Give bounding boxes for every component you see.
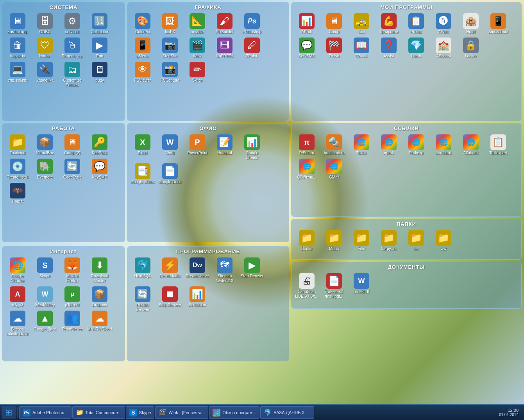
icon-alfabank[interactable]: 🌐 Alfabank bbox=[458, 133, 484, 157]
icon-services[interactable]: ⚙ services bbox=[59, 12, 86, 36]
icon-notepad[interactable]: 📝 Notepad bbox=[211, 133, 238, 161]
taskbar-btn-totalcommander[interactable]: 📁 Total Commande... bbox=[72, 406, 125, 419]
icon-panel[interactable]: 🖱 Панель упр bbox=[59, 36, 86, 60]
icon-restart-denwer[interactable]: 🔄 Restart Denwer bbox=[129, 285, 156, 313]
icon-fscapture[interactable]: 📸 FSCapture bbox=[157, 61, 183, 84]
icon-trenirovki[interactable]: 💪 Трнировки bbox=[376, 12, 402, 36]
icon-lombard[interactable]: 🌐 Lombard bbox=[430, 133, 457, 157]
icon-autolomb[interactable]: 🔩 Autolomb.ru bbox=[321, 133, 347, 157]
icon-pixbuilder[interactable]: 🖌 PixBuilder bbox=[211, 12, 238, 36]
icon-zpaint[interactable]: 🖊 ZPaint. bbox=[239, 36, 265, 60]
icon-download-master[interactable]: ⬇ Download Master bbox=[86, 256, 113, 284]
icon-proekt-rtf[interactable]: W proekt.rtf bbox=[348, 272, 375, 300]
icon-google-sheets[interactable]: 📊 Google Sheets bbox=[239, 133, 265, 161]
icon-putty[interactable]: 🖥 putty bbox=[86, 61, 113, 89]
icon-mailru-cloud[interactable]: ☁ Mail.Ru Cloud bbox=[86, 309, 113, 338]
icon-norton[interactable]: 🛡 Norton bbox=[32, 36, 58, 60]
icon-google-docs[interactable]: 📄 Google Docs bbox=[157, 162, 183, 186]
icon-unfreez[interactable]: 🎞 UnFREEz bbox=[211, 36, 238, 60]
icon-totalcmd[interactable]: 📁 Totalcmd bbox=[4, 133, 31, 157]
icon-7dnevnyj[interactable]: 📄 7-дневный план.pdf... bbox=[321, 272, 347, 300]
icon-locker[interactable]: 🔒 Locker bbox=[458, 36, 484, 60]
icon-comp[interactable]: 🖥 Comp bbox=[321, 12, 347, 36]
icon-thebat[interactable]: 🦇 Thebat bbox=[4, 182, 31, 205]
taskbar-btn-chrome[interactable]: 🌐 Обзор програм... bbox=[209, 406, 259, 419]
icon-hotel[interactable]: 🏨 Hotel bbox=[458, 12, 484, 36]
icon-pisoft[interactable]: π PiSoft.ru bbox=[293, 133, 320, 157]
icon-aa-v3[interactable]: A AA_v3 bbox=[4, 285, 31, 309]
icon-stepsho[interactable]: 📷 StepSho bbox=[157, 36, 183, 60]
taskbar-btn-photoshop[interactable]: Ps Adobe Photosho... bbox=[19, 406, 72, 419]
icon-goodsync[interactable]: 🔄 GoodSync bbox=[59, 157, 86, 181]
icon-qiwi[interactable]: 🌐 QIWIкош... bbox=[293, 157, 320, 181]
icon-aprok[interactable]: 📊 AProk bbox=[293, 12, 320, 36]
icon-lomb[interactable]: 💎 Lomb bbox=[403, 36, 429, 60]
icon-dropbox[interactable]: 📦 Dropbox bbox=[86, 285, 113, 309]
icon-skitch[interactable]: ✏ Skitch bbox=[184, 61, 211, 84]
icon-finish[interactable]: 🏁 Finish bbox=[321, 36, 347, 60]
icon-books[interactable]: 📁 Books bbox=[293, 229, 320, 252]
icon-set[interactable]: 📁 set bbox=[403, 229, 429, 252]
icon-keysms[interactable]: 💬 KeySMS bbox=[86, 157, 113, 181]
icon-webmoney[interactable]: W WebMoney bbox=[32, 285, 58, 309]
icon-pmetro[interactable]: 📱 pMetro bbox=[129, 36, 156, 60]
icon-odbc[interactable]: 🗄 ODBC bbox=[32, 12, 58, 36]
icon-bitcasa[interactable]: ☁ Bitcasa Infinite Drive bbox=[4, 309, 31, 338]
taskbar-btn-wink[interactable]: 🎬 Wink - [Fences.w... bbox=[155, 406, 208, 419]
icon-heidisql[interactable]: 🐬 HeidiSQL bbox=[129, 256, 156, 284]
icon-smsschool[interactable]: 📱 SmsSchool bbox=[485, 12, 511, 36]
icon-virtualbox[interactable]: 📦 VirtualBox bbox=[32, 133, 58, 157]
icon-gmail[interactable]: 🌐 GMail bbox=[321, 157, 347, 181]
icon-fsviewer[interactable]: 👁 FSViewer bbox=[129, 61, 156, 84]
icon-develstudio[interactable]: ⚡ DevelStudio bbox=[157, 256, 183, 284]
icon-korzina[interactable]: 🗑 Корзина bbox=[4, 36, 31, 60]
icon-assist[interactable]: ❓ Assist bbox=[376, 36, 402, 60]
icon-dreamweaver[interactable]: Dw Dreamweave bbox=[184, 256, 211, 284]
icon-sitemap-writer[interactable]: 🗺 Sitemap Writer 2.0 bbox=[211, 256, 238, 284]
icon-prokat[interactable]: 📋 Prokat bbox=[403, 12, 429, 36]
icon-servsms[interactable]: 💬 ServSMS bbox=[293, 36, 320, 60]
icon-aschool[interactable]: 🏫 ASchool bbox=[430, 36, 457, 60]
icon-createinstall[interactable]: 💿 CreateInstall bbox=[4, 157, 31, 181]
icon-skype[interactable]: S Skype bbox=[32, 256, 58, 284]
icon-start-denwer[interactable]: ▶ Start Denwer bbox=[239, 256, 265, 284]
icon-mysize[interactable]: 📐 mySize bbox=[184, 12, 211, 36]
icon-kompyuter[interactable]: 🖥 Компьютер bbox=[4, 12, 31, 36]
icon-film[interactable]: 📁 Film bbox=[348, 229, 375, 252]
taskbar-btn-skype[interactable]: S Skype bbox=[126, 406, 155, 419]
icon-word[interactable]: W Word bbox=[157, 133, 183, 161]
icon-uprkompyu[interactable]: 💻 Упр. компм bbox=[4, 61, 31, 89]
taskbar-btn-database[interactable]: 🐬 БАЗА ДАННЫХ -... bbox=[260, 406, 314, 419]
icon-photoshop[interactable]: Ps Photoshop bbox=[239, 12, 265, 36]
icon-taxi[interactable]: 🚕 Taxi bbox=[348, 12, 375, 36]
icon-google-chrome[interactable]: 🌐 Google Chrome bbox=[4, 256, 31, 284]
icon-musik[interactable]: 📁 Musik bbox=[321, 229, 347, 252]
icon-evernote[interactable]: 🐘 Evernote bbox=[32, 157, 58, 181]
icon-comp2[interactable]: 🖥 Comp (2) bbox=[59, 133, 86, 157]
icon-google-disk[interactable]: ▲ Google Диск bbox=[32, 309, 58, 338]
icon-excel[interactable]: X Excel bbox=[129, 133, 156, 161]
icon-semonitor[interactable]: 📊 Semonitor bbox=[184, 285, 211, 313]
icon-customize-fences[interactable]: 🗂 Customize Fences bbox=[59, 61, 86, 89]
icon-ww[interactable]: 📁 ww bbox=[430, 229, 457, 252]
icon-udalenka[interactable]: 🔌 Удаленка bbox=[32, 61, 58, 89]
icon-run[interactable]: ▶ Run bbox=[86, 36, 113, 60]
icon-keepass[interactable]: 🔑 KeePass bbox=[86, 133, 113, 157]
icon-wink[interactable]: 🎬 Wink bbox=[184, 36, 211, 60]
icon-apark[interactable]: 🅐 APark bbox=[430, 12, 457, 36]
icon-aprok-link[interactable]: 🌐 Aprok bbox=[376, 133, 402, 157]
icon-prokexp[interactable]: 🌐 Prokexp bbox=[403, 133, 429, 157]
icon-google-slides[interactable]: 📑 Google Slides bbox=[129, 162, 156, 186]
icon-taxi-link[interactable]: 🌐 Такси bbox=[348, 133, 375, 157]
icon-powerpoint[interactable]: P PowerPoint bbox=[184, 133, 211, 161]
icon-calculator[interactable]: 🔢 Calculator bbox=[86, 12, 113, 36]
icon-stop-denwer[interactable]: ⏹ Stop Denwer bbox=[157, 285, 183, 313]
icon-colorpix[interactable]: 🎨 ColorPix bbox=[129, 12, 156, 36]
start-button[interactable]: ⊞ bbox=[2, 406, 16, 419]
icon-firefox[interactable]: 🦊 Mozilla Firefox bbox=[59, 256, 86, 284]
icon-zagruzki[interactable]: 📁 Загрузки bbox=[376, 229, 402, 252]
icon-canoscan[interactable]: 🖨 CanoScan LiDE 90 Эл... bbox=[293, 272, 320, 300]
icon-cbook[interactable]: 📖 CBook bbox=[348, 36, 375, 60]
icon-utorrent[interactable]: μ μTorrent bbox=[59, 285, 86, 309]
icon-icofx[interactable]: 🖼 IcoFX bbox=[157, 12, 183, 36]
